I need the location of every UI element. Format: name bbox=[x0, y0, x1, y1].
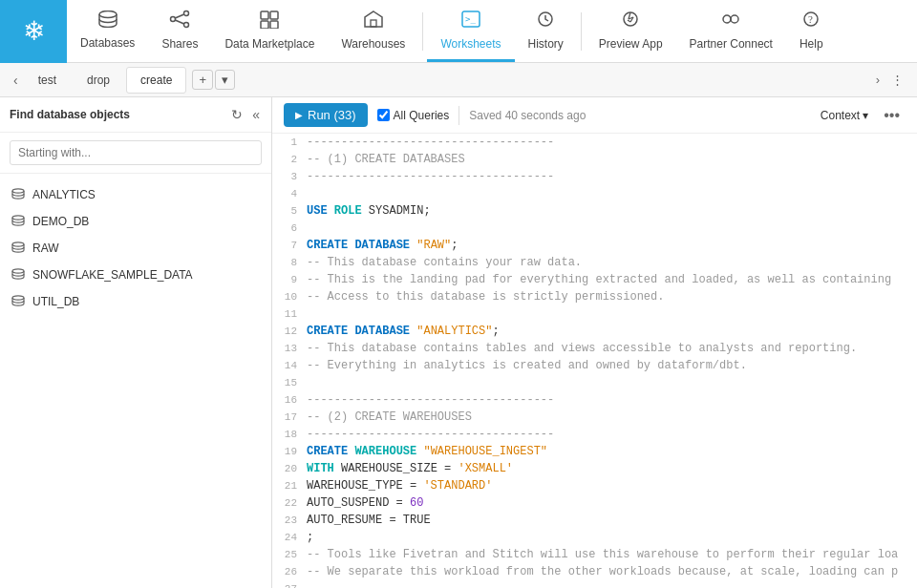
tab-prev-button[interactable]: ‹ bbox=[8, 69, 24, 92]
all-queries-checkbox-label[interactable]: All Queries bbox=[377, 109, 450, 122]
nav-item-databases[interactable]: Databases bbox=[67, 0, 148, 62]
svg-rect-11 bbox=[371, 20, 376, 27]
svg-line-19 bbox=[628, 20, 630, 22]
top-navigation: ❄ Databases Shares Data Marketplace bbox=[0, 0, 917, 63]
nav-partner-connect-label: Partner Connect bbox=[690, 37, 773, 51]
sidebar-search-area bbox=[0, 133, 271, 174]
line-code-16: ------------------------------------ bbox=[307, 391, 917, 409]
sidebar-item-raw[interactable]: RAW bbox=[0, 235, 271, 262]
svg-point-26 bbox=[12, 242, 24, 246]
line-code-15 bbox=[307, 374, 917, 391]
nav-item-worksheets[interactable]: >_ Worksheets bbox=[427, 0, 514, 62]
code-line-1: 1------------------------------------ bbox=[272, 134, 917, 151]
preview-app-icon bbox=[620, 10, 641, 33]
tab-drop[interactable]: drop bbox=[73, 67, 124, 94]
sidebar-item-util-db[interactable]: UTIL_DB bbox=[0, 288, 271, 315]
line-number-12: 12 bbox=[272, 323, 307, 340]
line-number-2: 2 bbox=[272, 151, 307, 168]
svg-text:?: ? bbox=[808, 13, 813, 25]
sidebar-header: Find database objects ↻ « bbox=[0, 97, 271, 133]
line-code-21: WAREHOUSE_TYPE = 'STANDARD' bbox=[307, 477, 917, 494]
code-editor[interactable]: 1------------------------------------2--… bbox=[272, 134, 917, 588]
editor-area: ▶ Run (33) All Queries Saved 40 seconds … bbox=[272, 97, 917, 588]
line-number-17: 17 bbox=[272, 409, 307, 426]
db-icon-demo-db bbox=[11, 214, 25, 229]
line-code-4 bbox=[307, 185, 917, 202]
line-code-2: -- (1) CREATE DATABASES bbox=[307, 151, 917, 168]
tab-test[interactable]: test bbox=[24, 67, 71, 94]
nav-item-partner-connect[interactable]: Partner Connect bbox=[676, 0, 786, 62]
run-button[interactable]: ▶ Run (33) bbox=[284, 103, 368, 127]
code-line-27: 27 bbox=[272, 580, 917, 588]
more-options-button[interactable]: ••• bbox=[878, 105, 906, 126]
code-line-12: 12CREATE DATABASE "ANALYTICS"; bbox=[272, 323, 917, 340]
code-line-11: 11 bbox=[272, 305, 917, 323]
sidebar-search-input[interactable] bbox=[10, 140, 262, 165]
tab-dropdown-button[interactable]: ▾ bbox=[215, 70, 235, 90]
line-code-1: ------------------------------------ bbox=[307, 134, 917, 151]
tab-next-button[interactable]: › bbox=[870, 71, 885, 89]
sidebar-snowflake-sample-label: SNOWFLAKE_SAMPLE_DATA bbox=[32, 268, 193, 282]
line-code-27 bbox=[307, 580, 917, 588]
nav-databases-label: Databases bbox=[80, 36, 135, 50]
sidebar-item-demo-db[interactable]: DEMO_DB bbox=[0, 208, 271, 235]
line-code-22: AUTO_SUSPEND = 60 bbox=[307, 494, 917, 512]
line-number-18: 18 bbox=[272, 426, 307, 443]
nav-item-preview-app[interactable]: Preview App bbox=[586, 0, 676, 62]
all-queries-checkbox[interactable] bbox=[377, 109, 390, 121]
play-icon: ▶ bbox=[295, 110, 303, 120]
line-code-6 bbox=[307, 220, 917, 237]
nav-item-warehouses[interactable]: Warehouses bbox=[328, 0, 418, 62]
sidebar-action-icons: ↻ « bbox=[229, 105, 262, 124]
line-code-24: ; bbox=[307, 529, 917, 546]
snowflake-logo-icon: ❄ bbox=[23, 15, 45, 47]
nav-item-shares[interactable]: Shares bbox=[148, 0, 211, 62]
svg-text:>_: >_ bbox=[465, 14, 476, 24]
line-number-20: 20 bbox=[272, 460, 307, 477]
line-number-9: 9 bbox=[272, 271, 307, 288]
context-button[interactable]: Context ▾ bbox=[821, 109, 868, 122]
sidebar-refresh-button[interactable]: ↻ bbox=[229, 105, 245, 124]
sidebar-item-analytics[interactable]: ANALYTICS bbox=[0, 181, 271, 208]
tabs-row: ‹ test drop create + ▾ › ⋮ bbox=[0, 63, 917, 97]
line-number-6: 6 bbox=[272, 220, 307, 237]
db-icon-analytics bbox=[11, 187, 25, 202]
db-icon-raw bbox=[11, 241, 25, 256]
main-layout: Find database objects ↻ « ANALYTICS DEMO… bbox=[0, 97, 917, 588]
context-label: Context bbox=[821, 109, 860, 122]
svg-point-2 bbox=[171, 16, 176, 21]
line-code-5: USE ROLE SYSADMIN; bbox=[307, 202, 917, 220]
tab-add-button[interactable]: + bbox=[192, 70, 213, 90]
nav-help-label: Help bbox=[800, 37, 823, 51]
line-number-11: 11 bbox=[272, 305, 307, 323]
line-number-25: 25 bbox=[272, 546, 307, 563]
sidebar-database-list: ANALYTICS DEMO_DB RAW SNOWFLAKE_SAMPLE_D… bbox=[0, 174, 271, 323]
db-icon-snowflake-sample bbox=[11, 267, 25, 283]
tab-create[interactable]: create bbox=[126, 67, 186, 94]
code-line-8: 8-- This database contains your raw data… bbox=[272, 254, 917, 271]
code-line-5: 5USE ROLE SYSADMIN; bbox=[272, 202, 917, 220]
code-line-19: 19CREATE WAREHOUSE "WAREHOUSE_INGEST" bbox=[272, 443, 917, 460]
nav-item-history[interactable]: History bbox=[515, 0, 577, 62]
nav-shares-label: Shares bbox=[161, 37, 198, 51]
code-line-17: 17-- (2) CREATE WAREHOUSES bbox=[272, 409, 917, 426]
db-icon-util-db bbox=[11, 294, 25, 309]
tab-more-button[interactable]: ⋮ bbox=[885, 71, 909, 89]
nav-worksheets-label: Worksheets bbox=[440, 37, 501, 51]
nav-item-help[interactable]: ? Help bbox=[786, 0, 837, 62]
code-line-6: 6 bbox=[272, 220, 917, 237]
nav-item-data-marketplace[interactable]: Data Marketplace bbox=[211, 0, 328, 62]
line-number-16: 16 bbox=[272, 391, 307, 409]
line-number-15: 15 bbox=[272, 374, 307, 391]
logo-area[interactable]: ❄ bbox=[0, 0, 67, 63]
code-line-24: 24; bbox=[272, 529, 917, 546]
sidebar-item-snowflake-sample[interactable]: SNOWFLAKE_SAMPLE_DATA bbox=[0, 262, 271, 288]
context-arrow-icon: ▾ bbox=[863, 109, 868, 122]
sidebar-collapse-button[interactable]: « bbox=[250, 105, 262, 124]
svg-point-28 bbox=[12, 296, 24, 300]
history-icon bbox=[535, 10, 556, 33]
svg-point-3 bbox=[184, 22, 189, 27]
nav-data-marketplace-label: Data Marketplace bbox=[224, 37, 314, 51]
run-button-label: Run (33) bbox=[308, 108, 356, 122]
code-line-4: 4 bbox=[272, 185, 917, 202]
